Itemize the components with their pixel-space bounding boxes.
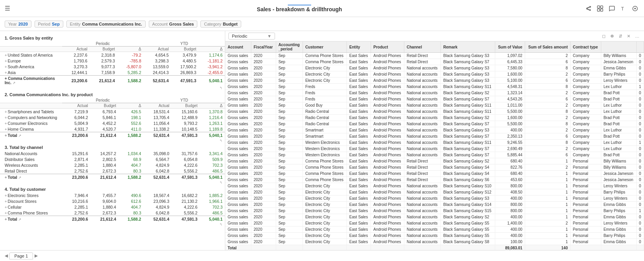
table-row[interactable]: National Accounts 15,291.614,257.21,034.… (0, 150, 225, 156)
table-row[interactable]: +Asia 12,444.17,158.95,285.2 24,414.326,… (0, 69, 225, 76)
table-row[interactable]: +Comma Phone Stores 2,752.62,672.380.3 6… (0, 210, 225, 216)
table-row[interactable]: Gross sales2020SepElectronic CityEast Sa… (225, 214, 644, 220)
col-accounting-period[interactable]: Accounting_period (276, 41, 303, 53)
section3-expand-icon[interactable]: ↰ (219, 181, 223, 185)
col-contract-type[interactable]: Contract type (570, 41, 601, 53)
menu-icon[interactable]: ☰ (5, 5, 10, 12)
table-row[interactable]: Gross sales2020SepComma Phone StoresEast… (225, 171, 644, 177)
table-row[interactable]: Gross sales2020SepRadio CentralEast Sale… (225, 109, 644, 115)
period-filter[interactable]: Period Sep (35, 21, 63, 28)
table-row[interactable]: +Europe 1,793.62,579.3-785.8 3,298.34,48… (0, 58, 225, 64)
section4-title: 4. Total by customer (0, 185, 225, 192)
table-row[interactable]: Gross sales2020SepComma Phone StoresEast… (225, 59, 644, 65)
page1-tab[interactable]: Page 1 (9, 252, 33, 259)
right-panel: Periodic ▼ ◻ ☸ ⇵ ✕ … Account (225, 31, 644, 250)
section1-title: 1. Gross Sales by entity (0, 34, 225, 41)
table-row-total[interactable]: + Comma Communications Inc. ↗ 23,200.621… (0, 76, 225, 86)
section-by-channel: 3. Total by channel National Accounts 15… (0, 143, 225, 185)
table-row[interactable]: Gross sales2020SepElectronic CityEast Sa… (225, 189, 644, 195)
col-fiscalyear[interactable]: FiscalYear (251, 41, 276, 53)
col-channel[interactable]: Channel (404, 41, 441, 53)
entity-filter[interactable]: Entity Comma Communications Inc. (66, 21, 146, 28)
col-extra1[interactable] (601, 41, 636, 53)
table-row[interactable]: +Cellular 2,285.11,880.4404.7 4,824.94,2… (0, 204, 225, 210)
col-sum-sales[interactable]: Sum of Sales amount (525, 41, 570, 53)
table-row[interactable]: Gross sales2020SepElectronic CityEast Sa… (225, 71, 644, 78)
close-icon[interactable]: ✕ (625, 33, 632, 40)
table-row[interactable]: Gross sales2020SepElectronic CityEast Sa… (225, 208, 644, 214)
table-row[interactable]: Gross sales2020SepElectronic CityEast Sa… (225, 202, 644, 208)
table-row[interactable]: Gross sales2020SepElectronic CityEast Sa… (225, 233, 644, 239)
table-row[interactable]: Gross sales2020SepGood BuyEast SalesAndr… (225, 102, 644, 109)
table-row[interactable]: Gross sales2020SepElectronic CityEast Sa… (225, 78, 644, 84)
table-row[interactable]: +Consumer Electronics 5,004.94,452.2552.… (0, 120, 225, 126)
section2-title: 2. Comma Communications Inc. by product (0, 91, 225, 98)
table-row[interactable]: Gross sales2020SepElectronic CityEast Sa… (225, 195, 644, 202)
table-row[interactable]: Gross sales2020SepWestern ElectronicsEas… (225, 146, 644, 152)
table-row-total[interactable]: +Total ↗ 23,200.621,612.41,588.2 52,631.… (0, 174, 225, 180)
more-icon[interactable]: … (634, 33, 641, 40)
table-row[interactable]: Gross sales2020SepWestern ElectronicsEas… (225, 152, 644, 158)
section2-expand-icon[interactable]: ↰ (219, 139, 223, 143)
table-row[interactable]: Gross sales2020SepElectronic CityEast Sa… (225, 226, 644, 233)
col-account[interactable]: Account (225, 41, 251, 53)
next-page-arrow[interactable]: ▶ (33, 253, 39, 258)
table-row[interactable]: Gross sales2020SepComma Phone StoresEast… (225, 158, 644, 164)
table-row[interactable]: Gross sales2020SepComma Phone StoresEast… (225, 177, 644, 183)
svg-rect-3 (600, 9, 603, 11)
table-row[interactable]: Gross sales2020SepElectronic CityEast Sa… (225, 220, 644, 226)
table-row[interactable]: Gross sales2020SepFredsEast SalesAndroid… (225, 90, 644, 96)
table-row[interactable]: Gross sales2020SepElectronic CityEast Sa… (225, 65, 644, 71)
table-row[interactable]: Gross sales2020SepSmartmartEast SalesAnd… (225, 133, 644, 140)
tools-icon[interactable] (631, 4, 639, 13)
col-product[interactable]: Product (371, 41, 404, 53)
table-row[interactable]: +Discount Stores 10,216.69,604.0612.6 23… (0, 198, 225, 204)
share-icon[interactable] (584, 4, 593, 13)
col-entity[interactable]: Entity (347, 41, 371, 53)
section4-expand-icon[interactable]: ↰ (219, 223, 223, 226)
table-row[interactable]: Gross sales2020SepFredsEast SalesAndroid… (225, 96, 644, 102)
table-row[interactable]: Distributor Sales 2,871.42,802.568.9 6,5… (0, 156, 225, 162)
text-icon[interactable]: T (619, 4, 628, 13)
table-row[interactable]: Gross sales2020SepWestern ElectronicsEas… (225, 140, 644, 146)
table-row[interactable]: Gross sales2020SepComma Phone StoresEast… (225, 164, 644, 171)
grid-icon1[interactable]: ◻ (600, 33, 607, 40)
grid-icon2[interactable]: ☸ (609, 33, 616, 40)
table-row[interactable]: +Computers and Networking 6,044.25,846.1… (0, 114, 225, 120)
table-row[interactable]: Wireless Accounts 2,285.11,880.4404.7 4,… (0, 162, 225, 168)
year-filter[interactable]: Year 2020 (5, 21, 31, 28)
periodic-dropdown[interactable]: Periodic ▼ (228, 33, 275, 40)
layout-icon[interactable] (596, 4, 604, 13)
svg-point-6 (634, 8, 636, 9)
col-extra2[interactable] (637, 41, 644, 53)
table-row[interactable]: +United States of America 2,237.62,318.8… (0, 52, 225, 58)
comment-icon[interactable] (607, 4, 616, 13)
right-toolbar: Periodic ▼ ◻ ☸ ⇵ ✕ … (225, 31, 644, 41)
table-row[interactable]: Gross sales2020SepRadio CentralEast Sale… (225, 121, 644, 127)
table-row[interactable]: Gross sales2020SepRadio CentralEast Sale… (225, 115, 644, 121)
table-row[interactable]: Gross sales2020SepComma Phone StoresEast… (225, 53, 644, 59)
table-row[interactable]: Gross sales2020SepElectronic CityEast Sa… (225, 183, 644, 189)
table-row[interactable]: Gross sales2020SepElectronic CityEast Sa… (225, 239, 644, 245)
col-remark[interactable]: Remark (441, 41, 495, 53)
account-filter[interactable]: Account Gross Sales (149, 21, 197, 28)
col-customer[interactable]: Customer (303, 41, 346, 53)
section-by-product: 2. Comma Communications Inc. by product … (0, 91, 225, 143)
table-row[interactable]: Gross sales2020SepFredsEast SalesAndroid… (225, 84, 644, 90)
table-row-total[interactable]: +Total ↗ 23,200.621,612.41,588.2 52,631.… (0, 132, 225, 138)
category-filter[interactable]: Category Budget (200, 21, 241, 28)
prev-page-arrow[interactable]: ◀ (3, 253, 9, 258)
table-row[interactable]: +Electronic Stores 7,946.47,455.7490.6 1… (0, 192, 225, 198)
table-row-total[interactable]: +Total ↗ 23,200.621,612.41,588.2 52,631.… (0, 216, 225, 222)
filter-bar: Year 2020 Period Sep Entity Comma Commun… (0, 17, 644, 31)
table-row[interactable]: +Smartphones and Tablets 7,219.96,793.44… (0, 109, 225, 115)
col-sum-value[interactable]: Sum of Value (495, 41, 525, 53)
section3-title: 3. Total by channel (0, 143, 225, 150)
table-row[interactable]: Gross sales2020SepSmartmartEast SalesAnd… (225, 127, 644, 133)
table-row[interactable]: +Home Cinema 4,931.74,520.7411.0 11,338.… (0, 126, 225, 132)
svg-rect-0 (597, 6, 600, 8)
table-row[interactable]: +South America 3,270.39,077.3-5,807.0 13… (0, 64, 225, 69)
table-row[interactable]: Retail Direct 2,752.62,672.380.3 6,042.8… (0, 168, 225, 174)
section1-expand-icon[interactable]: ↰ (219, 86, 223, 90)
sort-icon[interactable]: ⇵ (617, 33, 624, 40)
